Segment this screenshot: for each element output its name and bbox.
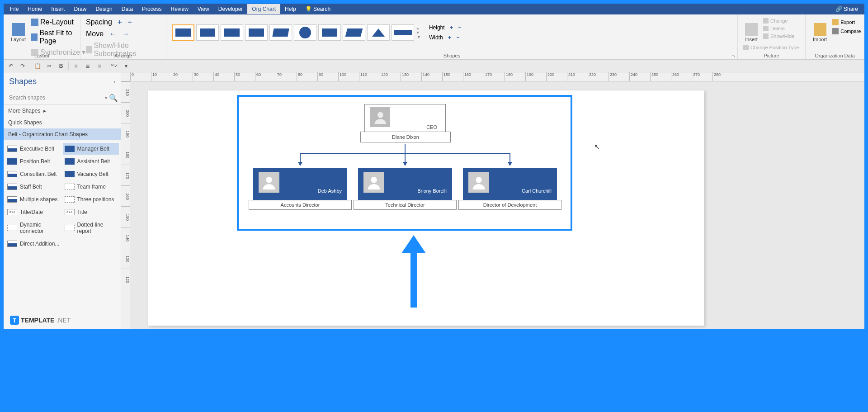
ruler-tick: 240: [629, 72, 650, 81]
org-node-ceo[interactable]: CEO Diane Dixon: [364, 104, 446, 132]
showhide-pic-button[interactable]: Show/Hide: [761, 33, 796, 40]
shape-style-3[interactable]: [221, 24, 243, 41]
arrange-group-label: Arrange: [80, 53, 166, 58]
shape-style-6[interactable]: [294, 24, 316, 41]
spellcheck-button[interactable]: ᴬᴮ✓: [110, 62, 119, 71]
shapes-search-input[interactable]: [7, 93, 103, 103]
layout-icon: [12, 23, 25, 36]
spacing-label: Spacing: [86, 18, 112, 26]
share-button[interactable]: 🔗 Share: [831, 4, 863, 14]
menu-insert[interactable]: Insert: [47, 4, 69, 14]
shape-palette-item[interactable]: Team frame: [63, 181, 119, 193]
align-left-button[interactable]: ≡: [71, 62, 80, 71]
shape-palette-item[interactable]: Dotted-line report: [63, 219, 119, 237]
ruler-tick: 190: [121, 123, 130, 144]
ruler-tick: 250: [650, 72, 671, 81]
menu-developer[interactable]: Developer: [214, 4, 248, 14]
gallery-scroll-up[interactable]: ▴: [417, 26, 421, 30]
cut-button[interactable]: ✂: [45, 62, 54, 71]
menu-draw[interactable]: Draw: [69, 4, 91, 14]
shape-palette-item[interactable]: Direct Addition...: [5, 238, 62, 250]
shape-style-4[interactable]: [245, 24, 268, 41]
quick-shapes-item[interactable]: Quick Shapes: [4, 117, 121, 128]
menu-orgchart[interactable]: Org Chart: [247, 4, 280, 14]
shape-style-2[interactable]: [196, 24, 219, 41]
import-label: Import: [813, 37, 827, 42]
shape-palette-item[interactable]: Position Belt: [5, 156, 62, 167]
shape-palette-item[interactable]: Dynamic connector: [5, 219, 62, 237]
menu-home[interactable]: Home: [23, 4, 47, 14]
manager-title: Director of Development: [458, 200, 561, 210]
shape-palette-item[interactable]: Three positions: [63, 194, 119, 205]
menu-design[interactable]: Design: [91, 4, 117, 14]
menu-search[interactable]: 💡 Search: [301, 4, 335, 14]
shape-palette-item[interactable]: Consultant Belt: [5, 168, 62, 180]
watermark-logo-icon: T: [10, 316, 19, 325]
relayout-button[interactable]: Re-Layout: [29, 17, 87, 27]
gallery-more[interactable]: ▼: [417, 35, 421, 39]
ruler-tick: 80: [297, 72, 317, 81]
paste-button[interactable]: 📋: [33, 62, 42, 71]
bestfit-button[interactable]: Best Fit to Page: [29, 28, 87, 46]
drawing-page[interactable]: CEO Diane Dixon Deb Ashby: [148, 90, 704, 326]
redo-button[interactable]: ↷: [18, 62, 27, 71]
undo-button[interactable]: ↶: [6, 62, 15, 71]
shape-icon: [7, 171, 17, 177]
org-node-manager-1[interactable]: Deb Ashby Accounts Director: [253, 168, 347, 200]
move-button[interactable]: Move ← →: [84, 29, 162, 39]
change-position-button[interactable]: Change Position Type: [741, 44, 801, 51]
shape-palette-item[interactable]: Staff Belt: [5, 181, 62, 193]
shape-palette-item[interactable]: Multiple shapes: [5, 194, 62, 205]
ruler-tick: 10: [151, 72, 172, 81]
change-pic-button[interactable]: Change: [761, 17, 796, 24]
shapes-dialog-launcher[interactable]: ⤡: [732, 53, 736, 58]
compare-button[interactable]: Compare: [830, 27, 863, 35]
export-button[interactable]: Export: [830, 18, 863, 26]
menu-data[interactable]: Data: [117, 4, 137, 14]
delete-pic-button[interactable]: Delete: [761, 25, 796, 32]
shape-palette-item[interactable]: Assistant Belt: [63, 156, 119, 167]
stencil-belt-item[interactable]: Belt - Organization Chart Shapes: [4, 128, 121, 140]
menu-process[interactable]: Process: [137, 4, 166, 14]
canvas[interactable]: 0102030405060708090100110120130140150160…: [121, 72, 864, 329]
collapse-panel-button[interactable]: ‹: [113, 79, 115, 85]
menu-view[interactable]: View: [193, 4, 214, 14]
shape-style-gallery[interactable]: ▴ ▾ ▼: [170, 23, 424, 43]
shape-style-10[interactable]: [392, 24, 414, 41]
toolbar-dropdown[interactable]: ▾: [122, 62, 131, 71]
width-button[interactable]: Width + −: [427, 33, 463, 42]
shape-icon: [65, 196, 75, 203]
ribbon-group-orgdata: Import Export Compare Organization Data: [806, 14, 864, 59]
search-icon[interactable]: 🔍: [109, 94, 117, 102]
ceo-name: Diane Dixon: [360, 132, 451, 142]
shape-style-9[interactable]: [367, 24, 390, 41]
import-button[interactable]: Import: [809, 16, 830, 49]
org-node-manager-3[interactable]: Carl Churchill Director of Development: [463, 168, 557, 200]
menu-help[interactable]: Help: [280, 4, 301, 14]
shape-palette-item[interactable]: XYZTitle/Date: [5, 206, 62, 218]
shape-style-7[interactable]: [318, 24, 341, 41]
compare-label: Compare: [840, 28, 861, 34]
shape-palette-item[interactable]: Manager Belt: [63, 143, 119, 155]
menu-review[interactable]: Review: [166, 4, 193, 14]
align-center-button[interactable]: ≣: [83, 62, 92, 71]
height-button[interactable]: Height + −: [427, 24, 463, 32]
shape-style-5[interactable]: [269, 24, 292, 41]
align-right-button[interactable]: ≡: [95, 62, 104, 71]
org-node-manager-2[interactable]: Briony Borelli Technical Director: [358, 168, 452, 200]
shape-palette-item[interactable]: XYZTitle: [63, 206, 119, 218]
ribbon-group-arrange: Spacing + − Move ← → Show/Hide Subordina…: [80, 14, 166, 59]
menu-file[interactable]: File: [5, 4, 23, 14]
layout-button[interactable]: Layout: [7, 16, 29, 49]
shape-palette-item[interactable]: Executive Belt: [5, 143, 62, 155]
spacing-button[interactable]: Spacing + −: [84, 17, 162, 27]
shape-style-1[interactable]: [172, 24, 194, 41]
ruler-tick: 40: [213, 72, 234, 81]
shape-palette-item[interactable]: Vacancy Belt: [63, 168, 119, 180]
gallery-scroll-down[interactable]: ▾: [417, 30, 421, 35]
search-dropdown-icon[interactable]: ▾: [103, 95, 109, 100]
mouse-cursor-icon: ↖: [594, 142, 600, 151]
bold-button[interactable]: B: [57, 62, 66, 71]
more-shapes-item[interactable]: More Shapes ▸: [4, 105, 121, 117]
shape-style-8[interactable]: [343, 24, 365, 41]
